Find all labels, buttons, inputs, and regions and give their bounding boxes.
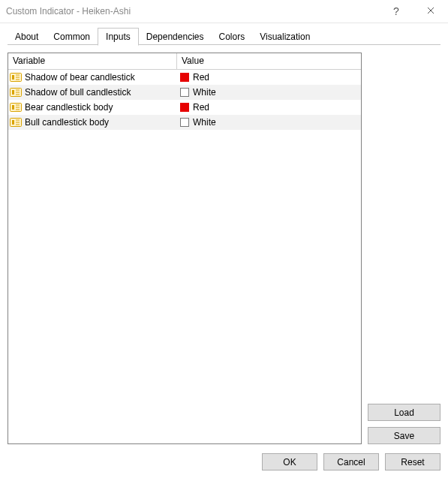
- tab-about[interactable]: About: [8, 29, 46, 45]
- table-row[interactable]: Bear candlestick body Red: [8, 100, 361, 115]
- help-icon: ?: [393, 6, 399, 17]
- tab-colors[interactable]: Colors: [211, 29, 252, 45]
- variable-name: Bull candlestick body: [25, 117, 109, 128]
- variable-icon: [10, 72, 22, 83]
- save-button[interactable]: Save: [368, 427, 440, 444]
- close-button[interactable]: [413, 0, 448, 23]
- color-name: Red: [193, 72, 209, 83]
- dialog-window: Custom Indicator - Heiken-Ashi ? About C…: [0, 0, 448, 478]
- variable-icon: [10, 117, 22, 128]
- variable-name: Bear candlestick body: [25, 102, 113, 113]
- variable-cell: Shadow of bull candlestick: [8, 87, 177, 98]
- help-button[interactable]: ?: [379, 0, 413, 23]
- color-swatch-icon: [180, 73, 189, 82]
- dialog-footer: OK Cancel Reset: [0, 449, 448, 478]
- svg-rect-3: [12, 90, 14, 95]
- color-swatch-icon: [180, 103, 189, 112]
- svg-rect-7: [12, 120, 14, 125]
- inputs-panel: Variable Value Shadow of bear candlestic…: [0, 45, 448, 449]
- cancel-button[interactable]: Cancel: [323, 453, 379, 470]
- reset-button[interactable]: Reset: [385, 453, 440, 470]
- dialog-body: About Common Inputs Dependencies Colors …: [0, 23, 448, 478]
- inputs-table: Variable Value Shadow of bear candlestic…: [8, 53, 362, 444]
- column-header-value[interactable]: Value: [177, 53, 361, 69]
- variable-name: Shadow of bear candlestick: [25, 72, 135, 83]
- table-row[interactable]: Shadow of bull candlestick White: [8, 85, 361, 100]
- variable-cell: Bear candlestick body: [8, 102, 177, 113]
- svg-rect-1: [12, 75, 14, 80]
- load-button[interactable]: Load: [368, 404, 440, 421]
- close-icon: [427, 6, 434, 17]
- variable-icon: [10, 102, 22, 113]
- value-cell[interactable]: White: [177, 117, 361, 128]
- color-name: White: [193, 117, 216, 128]
- color-name: Red: [193, 102, 209, 113]
- ok-button[interactable]: OK: [262, 453, 317, 470]
- value-cell[interactable]: Red: [177, 102, 361, 113]
- value-cell[interactable]: Red: [177, 72, 361, 83]
- column-header-variable[interactable]: Variable: [8, 53, 177, 69]
- value-cell[interactable]: White: [177, 87, 361, 98]
- variable-cell: Shadow of bear candlestick: [8, 72, 177, 83]
- variable-icon: [10, 87, 22, 98]
- window-title: Custom Indicator - Heiken-Ashi: [6, 6, 379, 17]
- variable-name: Shadow of bull candlestick: [25, 87, 131, 98]
- inputs-table-header: Variable Value: [8, 53, 361, 70]
- tab-dependencies[interactable]: Dependencies: [139, 29, 212, 45]
- color-swatch-icon: [180, 118, 189, 127]
- inputs-table-body: Shadow of bear candlestick Red Shad: [8, 70, 361, 443]
- tab-inputs[interactable]: Inputs: [98, 28, 139, 46]
- table-row[interactable]: Shadow of bear candlestick Red: [8, 70, 361, 85]
- tab-strip: About Common Inputs Dependencies Colors …: [0, 23, 448, 45]
- svg-rect-5: [12, 105, 14, 110]
- color-name: White: [193, 87, 216, 98]
- table-row[interactable]: Bull candlestick body White: [8, 115, 361, 130]
- variable-cell: Bull candlestick body: [8, 117, 177, 128]
- inputs-side-buttons: Load Save: [368, 53, 440, 444]
- titlebar: Custom Indicator - Heiken-Ashi ?: [0, 0, 448, 23]
- tab-common[interactable]: Common: [46, 29, 98, 45]
- tab-visualization[interactable]: Visualization: [252, 29, 317, 45]
- color-swatch-icon: [180, 88, 189, 97]
